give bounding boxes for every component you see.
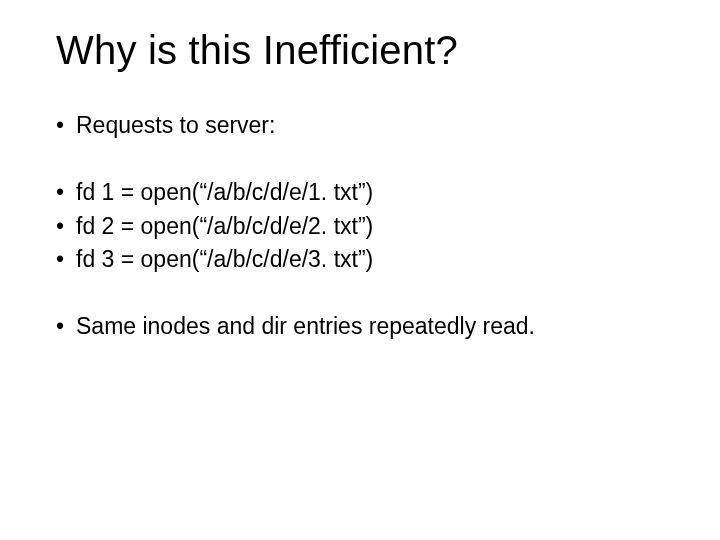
bullet-item: Same inodes and dir entries repeatedly r… xyxy=(56,310,672,343)
spacer xyxy=(56,142,672,176)
bullet-item: fd 2 = open(“/a/b/c/d/e/2. txt”) xyxy=(56,210,672,243)
spacer xyxy=(56,276,672,310)
bullet-list: Same inodes and dir entries repeatedly r… xyxy=(56,310,672,343)
bullet-item: fd 1 = open(“/a/b/c/d/e/1. txt”) xyxy=(56,176,672,209)
slide-title: Why is this Inefficient? xyxy=(56,28,672,73)
bullet-item: Requests to server: xyxy=(56,109,672,142)
bullet-item: fd 3 = open(“/a/b/c/d/e/3. txt”) xyxy=(56,243,672,276)
bullet-list: fd 1 = open(“/a/b/c/d/e/1. txt”) fd 2 = … xyxy=(56,176,672,276)
slide: Why is this Inefficient? Requests to ser… xyxy=(0,0,720,540)
bullet-list: Requests to server: xyxy=(56,109,672,142)
